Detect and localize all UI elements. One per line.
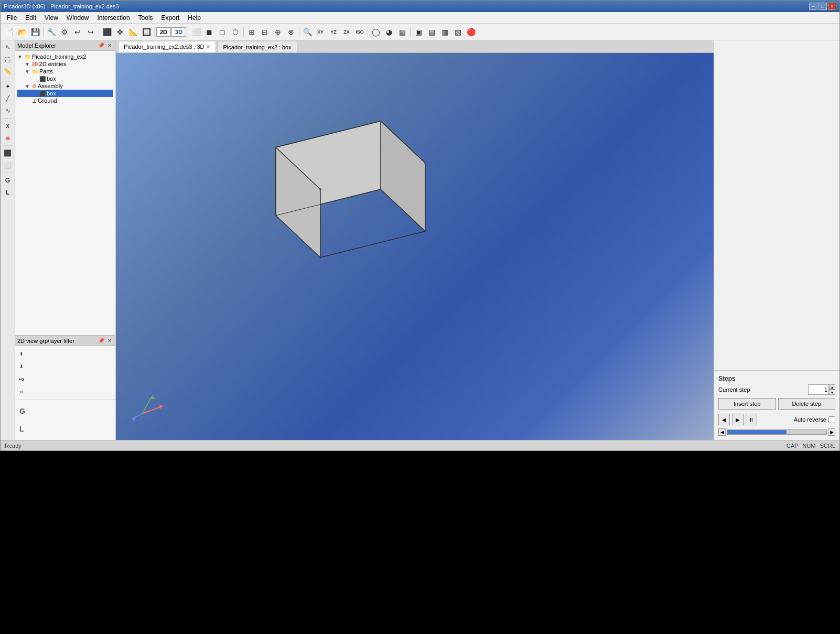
step-buttons-row: Insert step Delete step — [718, 398, 835, 410]
wire-view[interactable]: ◻ — [216, 26, 229, 38]
select-tool[interactable]: ⬚ — [2, 53, 14, 65]
menu-file[interactable]: File — [3, 13, 21, 23]
panel-pin-button[interactable]: 📌 — [98, 42, 105, 49]
redo-button[interactable]: ↪ — [84, 26, 97, 38]
view-2d-button[interactable]: 2D — [156, 27, 171, 37]
progress-forward-button[interactable]: ▶ — [828, 428, 835, 436]
tree-2dentities[interactable]: ▼ 2D 2D entities — [17, 60, 113, 68]
measure-tool[interactable]: 📏 — [2, 66, 14, 77]
view-iso[interactable]: ISO — [353, 26, 366, 38]
tree-ground[interactable]: ▶ ⊥ Ground — [17, 97, 113, 104]
tree-box1[interactable]: ▶ ⬛ box — [17, 75, 113, 82]
x-axis[interactable]: X — [2, 120, 14, 132]
menu-help[interactable]: Help — [184, 13, 205, 23]
tab-3d[interactable]: Picador_training_ex2.des3 : 3D ✕ — [118, 41, 216, 52]
minimize-button[interactable]: – — [809, 3, 817, 10]
pause-button[interactable]: ⏸ — [746, 414, 757, 425]
progress-back-button[interactable]: ◀ — [718, 428, 726, 436]
view-yz[interactable]: YZ — [327, 26, 340, 38]
tree-box-selected[interactable]: ▶ ⬛ box — [17, 90, 113, 97]
svg-point-10 — [319, 188, 321, 190]
render5[interactable]: 🔴 — [465, 26, 477, 38]
steps-label: Steps — [718, 375, 835, 382]
menu-export[interactable]: Export — [157, 13, 184, 23]
view-opt2[interactable]: ◕ — [383, 26, 395, 38]
tree-assembly[interactable]: ▼ ⚙ Assembly — [17, 82, 113, 90]
viewport-3d[interactable] — [116, 53, 714, 440]
view-opt1[interactable]: ◯ — [370, 26, 382, 38]
auto-reverse-checkbox[interactable] — [828, 416, 835, 423]
filter-up-btn[interactable]: ⬆ — [16, 348, 27, 360]
snap2[interactable]: ⊟ — [259, 26, 271, 38]
tool3[interactable]: 📐 — [127, 26, 139, 38]
tree-root[interactable]: ▼ 📁 Picador_training_ex2 — [17, 53, 113, 60]
tree-parts[interactable]: ▼ 📁 Parts — [17, 68, 113, 75]
tab-3d-close[interactable]: ✕ — [206, 44, 210, 50]
close-button[interactable]: ✕ — [828, 3, 836, 10]
menu-edit[interactable]: Edit — [21, 13, 40, 23]
delete-step-button[interactable]: Delete step — [778, 398, 836, 410]
box-view[interactable]: ⬜ — [190, 26, 202, 38]
layer-tool[interactable]: ⬛ — [2, 147, 14, 159]
panel-close-button[interactable]: ✕ — [106, 42, 113, 49]
filter-content: ⬆ ⬇ +G +L — [15, 346, 115, 400]
tool2[interactable]: ⚙ — [58, 26, 71, 38]
box1-label: box — [47, 76, 56, 82]
tool4[interactable]: 🔲 — [140, 26, 153, 38]
save-button[interactable]: 💾 — [29, 26, 41, 38]
render4[interactable]: ▧ — [451, 26, 464, 38]
render1[interactable]: ▣ — [412, 26, 425, 38]
move-button[interactable]: ✥ — [114, 26, 126, 38]
left-toolbar: ↖ ⬚ 📏 ✦ ╱ ∿ X ⊕ ⬛ ⬜ G L — [1, 40, 15, 440]
curve-tool[interactable]: ∿ — [2, 105, 14, 116]
step-up-btn[interactable]: ▲ — [829, 384, 835, 390]
play-button[interactable]: ▶ — [732, 414, 744, 425]
step-down-btn[interactable]: ▼ — [829, 390, 835, 395]
new-button[interactable]: 📄 — [3, 26, 15, 38]
tab-box[interactable]: Picador_training_ex2 : box — [217, 41, 297, 52]
menu-intersection[interactable]: Intersection — [93, 13, 134, 23]
undo-button[interactable]: ↩ — [71, 26, 84, 38]
persp-view[interactable]: ⬡ — [229, 26, 242, 38]
panel-header-buttons: 📌 ✕ — [98, 42, 113, 49]
menu-view[interactable]: View — [40, 13, 62, 23]
select-button[interactable]: ⬛ — [101, 26, 113, 38]
shaded-view[interactable]: ◼ — [203, 26, 216, 38]
view-xy[interactable]: XY — [314, 26, 327, 38]
group-tool[interactable]: ⬜ — [2, 159, 14, 171]
rewind-button[interactable]: ◀ — [718, 414, 730, 425]
snap3[interactable]: ⊕ — [272, 26, 284, 38]
playback-row: ◀ ▶ ⏸ Auto reverse — [718, 414, 835, 425]
step-input[interactable] — [808, 384, 829, 395]
view-zx[interactable]: ZX — [340, 26, 353, 38]
filter-add-g[interactable]: +G — [16, 373, 27, 385]
filter-pin-button[interactable]: 📌 — [98, 337, 105, 345]
open-button[interactable]: 📂 — [16, 26, 28, 38]
view-3d-button[interactable]: 3D — [171, 27, 186, 37]
view-opt3[interactable]: ▦ — [396, 26, 408, 38]
svg-line-4 — [320, 231, 425, 257]
maximize-button[interactable]: □ — [819, 3, 827, 10]
render3[interactable]: ▥ — [438, 26, 451, 38]
2d-label: 2D entities — [39, 61, 67, 67]
filter-add-l[interactable]: +L — [16, 386, 27, 397]
zoom-in[interactable]: 🔍 — [301, 26, 314, 38]
sep6 — [299, 27, 299, 37]
render2[interactable]: ▤ — [425, 26, 438, 38]
tool-sep2 — [3, 118, 13, 119]
snap4[interactable]: ⊗ — [285, 26, 297, 38]
y-axis[interactable]: ⊕ — [2, 132, 14, 144]
line-tool[interactable]: ╱ — [2, 93, 14, 104]
assembly-label: Assembly — [38, 83, 63, 89]
filter-down-btn[interactable]: ⬇ — [16, 361, 27, 372]
filter-close-button[interactable]: ✕ — [106, 337, 113, 345]
tool1[interactable]: 🔧 — [45, 26, 58, 38]
progress-bar[interactable] — [727, 429, 827, 435]
menu-tools[interactable]: Tools — [134, 13, 157, 23]
menu-window[interactable]: Window — [62, 13, 93, 23]
filter-panel-header: 2D view grp/layer filter 📌 ✕ — [15, 336, 115, 346]
insert-step-button[interactable]: Insert step — [718, 398, 776, 410]
pointer-tool[interactable]: ↖ — [2, 41, 14, 53]
point-tool[interactable]: ✦ — [2, 81, 14, 92]
snap1[interactable]: ⊞ — [245, 26, 258, 38]
